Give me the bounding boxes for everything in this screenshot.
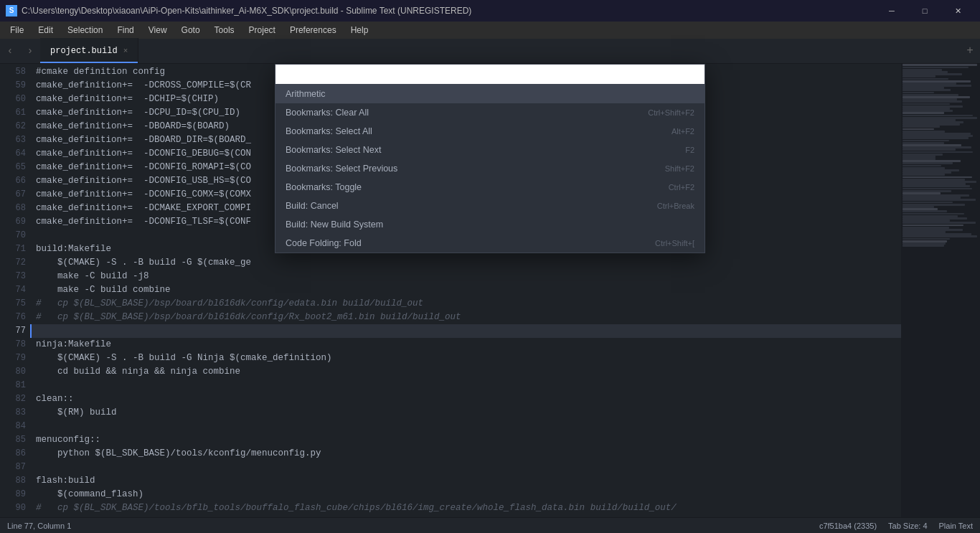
command-shortcut: Shift+F2	[665, 164, 694, 173]
tab-bar: ‹ › project.build × +	[0, 39, 980, 64]
command-label: Code Folding: Fold	[286, 238, 655, 248]
title-bar: S C:\Users\tengy\Desktop\xiaoan\AiPi-Ope…	[0, 0, 980, 22]
command-item[interactable]: Bookmarks: Select NextF2	[275, 141, 705, 159]
menu-tools[interactable]: Tools	[207, 22, 242, 39]
tab-label: project.build	[50, 46, 118, 56]
status-tab-size[interactable]: Tab Size: 4	[888, 522, 927, 530]
command-label: Build: New Build System	[286, 220, 694, 230]
command-label: Bookmarks: Select Previous	[286, 164, 665, 174]
status-encoding[interactable]: Plain Text	[939, 522, 974, 530]
command-item[interactable]: Build: New Build System	[275, 215, 705, 234]
tab-close-button[interactable]: ×	[123, 47, 128, 55]
window-controls: ─ □ ✕	[875, 0, 974, 22]
menu-goto[interactable]: Goto	[174, 22, 207, 39]
command-search-input[interactable]	[280, 67, 700, 81]
status-git[interactable]: c7f51ba4 (2335)	[819, 522, 877, 530]
git-hash: c7f51ba4	[819, 522, 852, 530]
command-shortcut: F2	[685, 146, 694, 154]
menu-edit[interactable]: Edit	[31, 22, 60, 39]
status-position[interactable]: Line 77, Column 1	[7, 522, 819, 530]
command-label: Arithmetic	[286, 89, 694, 99]
window-title: C:\Users\tengy\Desktop\xiaoan\AiPi-Open-…	[22, 6, 875, 16]
menu-bar: File Edit Selection Find View Goto Tools…	[0, 22, 980, 39]
command-shortcut: Ctrl+F2	[669, 183, 694, 192]
command-item[interactable]: Bookmarks: Select AllAlt+F2	[275, 122, 705, 141]
command-palette[interactable]: ArithmeticBookmarks: Clear AllCtrl+Shift…	[275, 64, 705, 253]
command-item[interactable]: Bookmarks: ToggleCtrl+F2	[275, 178, 705, 197]
menu-selection[interactable]: Selection	[60, 22, 110, 39]
command-item[interactable]: Build: CancelCtrl+Break	[275, 197, 705, 215]
command-item[interactable]: Code Folding: FoldCtrl+Shift+[	[275, 234, 705, 253]
menu-help[interactable]: Help	[344, 22, 376, 39]
command-label: Bookmarks: Select All	[286, 126, 672, 136]
command-shortcut: Ctrl+Break	[657, 202, 694, 210]
command-list: ArithmeticBookmarks: Clear AllCtrl+Shift…	[275, 85, 705, 253]
menu-view[interactable]: View	[141, 22, 174, 39]
command-label: Bookmarks: Clear All	[286, 108, 648, 118]
command-shortcut: Ctrl+Shift+F2	[648, 108, 694, 117]
menu-preferences[interactable]: Preferences	[283, 22, 344, 39]
new-tab-button[interactable]: +	[960, 38, 980, 63]
close-button[interactable]: ✕	[941, 0, 974, 22]
command-shortcut: Alt+F2	[672, 127, 694, 136]
command-shortcut: Ctrl+Shift+[	[655, 239, 694, 247]
command-item[interactable]: Arithmetic	[275, 85, 705, 103]
menu-find[interactable]: Find	[110, 22, 141, 39]
command-input-wrapper	[275, 65, 705, 85]
minimize-button[interactable]: ─	[875, 0, 908, 22]
tab-project-build[interactable]: project.build ×	[40, 38, 138, 63]
command-label: Bookmarks: Toggle	[286, 182, 669, 192]
command-item[interactable]: Bookmarks: Select PreviousShift+F2	[275, 159, 705, 178]
tab-nav-forward[interactable]: ›	[20, 38, 40, 63]
status-bar: Line 77, Column 1 c7f51ba4 (2335) Tab Si…	[0, 517, 980, 533]
command-label: Bookmarks: Select Next	[286, 145, 685, 155]
menu-file[interactable]: File	[3, 22, 31, 39]
app-icon: S	[6, 5, 17, 16]
editor-container: 5859606162636465666768697071727374757677…	[0, 64, 980, 517]
maximize-button[interactable]: □	[908, 0, 941, 22]
status-right: c7f51ba4 (2335) Tab Size: 4 Plain Text	[819, 522, 973, 530]
command-palette-overlay: ArithmeticBookmarks: Clear AllCtrl+Shift…	[0, 64, 980, 517]
menu-project[interactable]: Project	[242, 22, 283, 39]
command-label: Build: Cancel	[286, 201, 657, 211]
tab-nav-back[interactable]: ‹	[0, 38, 20, 63]
git-count: (2335)	[854, 522, 877, 530]
command-item[interactable]: Bookmarks: Clear AllCtrl+Shift+F2	[275, 103, 705, 122]
